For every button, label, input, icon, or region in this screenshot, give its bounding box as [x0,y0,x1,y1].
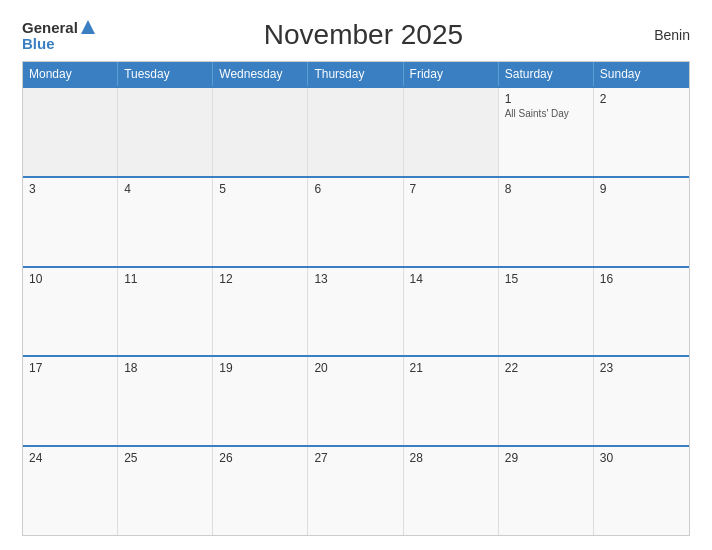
cal-cell: 11 [118,268,213,356]
page-header: General Blue November 2025 Benin [22,18,690,51]
day-number: 20 [314,361,396,375]
cal-cell: 9 [594,178,689,266]
day-number: 8 [505,182,587,196]
cal-cell: 4 [118,178,213,266]
cal-cell: 23 [594,357,689,445]
day-number: 10 [29,272,111,286]
col-header-thursday: Thursday [308,62,403,86]
day-number: 13 [314,272,396,286]
day-number: 16 [600,272,683,286]
cal-cell: 6 [308,178,403,266]
cal-cell [404,88,499,176]
day-number: 22 [505,361,587,375]
cal-cell: 29 [499,447,594,535]
holiday-label: All Saints' Day [505,108,587,119]
col-header-wednesday: Wednesday [213,62,308,86]
day-number: 19 [219,361,301,375]
calendar-header: MondayTuesdayWednesdayThursdayFridaySatu… [23,62,689,86]
cal-cell: 27 [308,447,403,535]
cal-cell: 26 [213,447,308,535]
cal-cell [308,88,403,176]
day-number: 27 [314,451,396,465]
cal-cell: 7 [404,178,499,266]
day-number: 1 [505,92,587,106]
day-number: 25 [124,451,206,465]
day-number: 4 [124,182,206,196]
calendar-grid: MondayTuesdayWednesdayThursdayFridaySatu… [22,61,690,536]
cal-cell: 20 [308,357,403,445]
cal-cell: 28 [404,447,499,535]
day-number: 9 [600,182,683,196]
day-number: 12 [219,272,301,286]
logo-icon [79,18,97,36]
logo-general: General [22,20,78,35]
logo: General Blue [22,18,97,51]
col-header-sunday: Sunday [594,62,689,86]
day-number: 21 [410,361,492,375]
day-number: 17 [29,361,111,375]
day-number: 3 [29,182,111,196]
cal-cell [213,88,308,176]
page-title: November 2025 [97,19,630,51]
day-number: 28 [410,451,492,465]
day-number: 14 [410,272,492,286]
cal-cell: 1All Saints' Day [499,88,594,176]
day-number: 7 [410,182,492,196]
cal-cell: 21 [404,357,499,445]
week-row-4: 17181920212223 [23,355,689,445]
cal-cell: 15 [499,268,594,356]
day-number: 11 [124,272,206,286]
week-row-1: 1All Saints' Day2 [23,86,689,176]
cal-cell: 16 [594,268,689,356]
day-number: 5 [219,182,301,196]
cal-cell: 8 [499,178,594,266]
day-number: 18 [124,361,206,375]
cal-cell: 19 [213,357,308,445]
col-header-monday: Monday [23,62,118,86]
col-header-tuesday: Tuesday [118,62,213,86]
calendar-page: General Blue November 2025 Benin MondayT… [0,0,712,550]
day-number: 24 [29,451,111,465]
svg-marker-0 [81,20,95,34]
cal-cell: 14 [404,268,499,356]
cal-cell: 17 [23,357,118,445]
week-row-5: 24252627282930 [23,445,689,535]
day-number: 30 [600,451,683,465]
day-number: 26 [219,451,301,465]
week-row-3: 10111213141516 [23,266,689,356]
day-number: 6 [314,182,396,196]
col-header-friday: Friday [404,62,499,86]
cal-cell: 13 [308,268,403,356]
country-label: Benin [630,27,690,43]
cal-cell: 24 [23,447,118,535]
cal-cell [118,88,213,176]
week-row-2: 3456789 [23,176,689,266]
cal-cell: 25 [118,447,213,535]
cal-cell [23,88,118,176]
day-number: 2 [600,92,683,106]
day-number: 23 [600,361,683,375]
cal-cell: 30 [594,447,689,535]
logo-blue: Blue [22,36,55,51]
cal-cell: 12 [213,268,308,356]
calendar-body: 1All Saints' Day234567891011121314151617… [23,86,689,535]
cal-cell: 18 [118,357,213,445]
day-number: 29 [505,451,587,465]
col-header-saturday: Saturday [499,62,594,86]
day-number: 15 [505,272,587,286]
cal-cell: 2 [594,88,689,176]
cal-cell: 3 [23,178,118,266]
cal-cell: 22 [499,357,594,445]
cal-cell: 5 [213,178,308,266]
cal-cell: 10 [23,268,118,356]
